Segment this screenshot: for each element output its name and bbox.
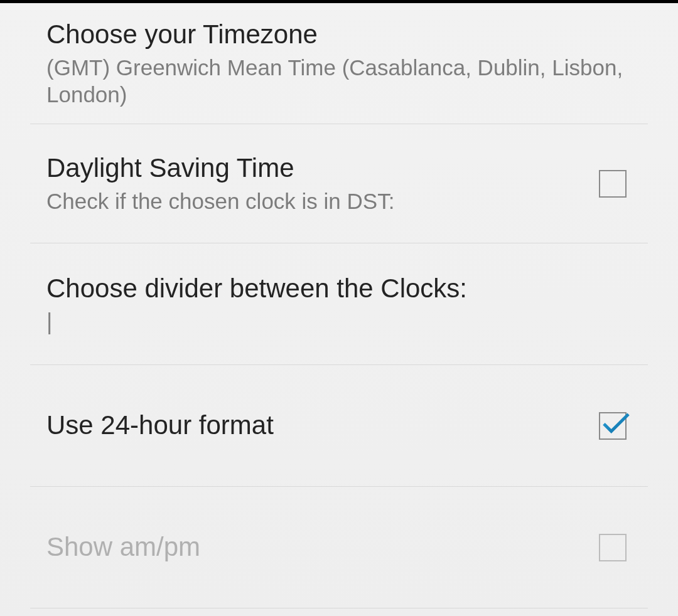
timezone-text: Choose your Timezone (GMT) Greenwich Mea… [46, 18, 632, 109]
format24-text: Use 24-hour format [46, 409, 586, 442]
format24-checkbox[interactable] [599, 412, 627, 440]
divider-value: | [46, 307, 632, 336]
format24-setting[interactable]: Use 24-hour format [30, 365, 648, 487]
ampm-title: Show am/pm [46, 531, 586, 564]
dst-text: Daylight Saving Time Check if the chosen… [46, 152, 586, 215]
divider-setting[interactable]: Choose divider between the Clocks: | [30, 243, 648, 365]
timezone-setting[interactable]: Choose your Timezone (GMT) Greenwich Mea… [30, 3, 648, 124]
dst-setting[interactable]: Daylight Saving Time Check if the chosen… [30, 124, 648, 243]
checkmark-icon [598, 405, 634, 441]
ampm-text: Show am/pm [46, 531, 586, 564]
dst-subtitle: Check if the chosen clock is in DST: [46, 188, 586, 215]
divider-text: Choose divider between the Clocks: | [46, 272, 632, 336]
format24-title: Use 24-hour format [46, 409, 586, 442]
dst-checkbox[interactable] [599, 170, 627, 198]
ampm-setting: Show am/pm [30, 487, 648, 608]
timezone-title: Choose your Timezone [46, 18, 632, 51]
divider-title: Choose divider between the Clocks: [46, 272, 632, 305]
settings-list: Choose your Timezone (GMT) Greenwich Mea… [0, 3, 678, 608]
ampm-checkbox [599, 534, 627, 561]
dst-title: Daylight Saving Time [46, 152, 586, 185]
timezone-value: (GMT) Greenwich Mean Time (Casablanca, D… [46, 54, 632, 109]
